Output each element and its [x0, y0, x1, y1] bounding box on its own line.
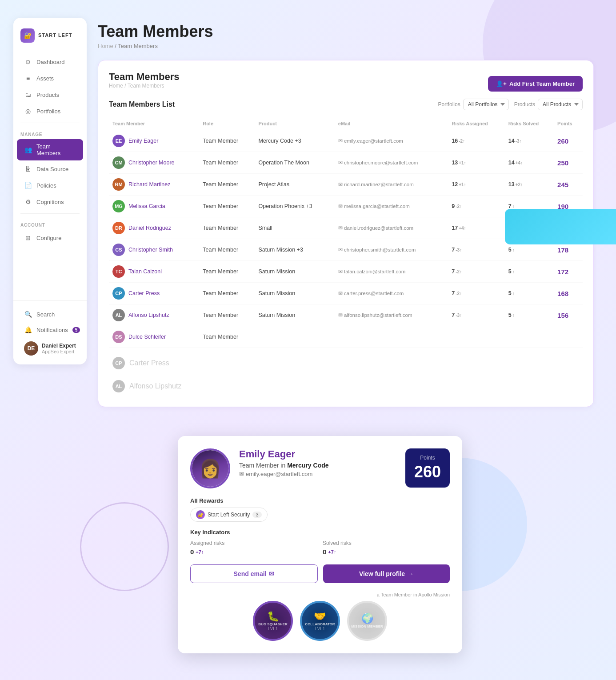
member-points [554, 326, 583, 348]
col-points: Points [554, 117, 583, 130]
table-row[interactable]: RM Richard Martinez Team Member Project … [109, 174, 583, 196]
popup-role: Team Member in Mercury Code [239, 462, 396, 469]
breadcrumb: Home / Team Members [98, 43, 594, 49]
col-email: eMail [335, 117, 448, 130]
assigned-risks-change: +7↑ [196, 549, 204, 555]
sidebar-item-configure[interactable]: ⊞ Configure [17, 230, 83, 246]
popup-email: ✉ emily.eager@startleft.com [239, 471, 396, 477]
list-item[interactable]: AL Alfonso Lipshutz [109, 376, 583, 396]
table-row[interactable]: CM Christopher Moore Team Member Operati… [109, 152, 583, 174]
member-name: Emily Eager [128, 138, 158, 144]
member-name: Melissa Garcia [128, 203, 165, 209]
risks-solved-change: ↑ [512, 291, 515, 296]
member-name: Daniel Rodriguez [128, 225, 171, 231]
risks-assigned-change: -2↑ [456, 204, 462, 209]
sidebar-item-policies[interactable]: 📄 Policies [17, 177, 83, 193]
filter-bar: Team Members List Portfolios All Portfol… [109, 99, 583, 110]
list-item[interactable]: CP Carter Press [109, 353, 583, 373]
badges-sublabel: a Team Member in Apollo Mission [190, 592, 450, 597]
sidebar-item-team-members[interactable]: 👥 Team Members [17, 139, 83, 160]
assigned-risks-value: 0 +7↑ [190, 548, 317, 556]
user-info: Daniel Expert AppSec Expert [42, 343, 76, 354]
member-email: ✉ talan.calzoni@startleft.com [335, 261, 448, 283]
member-product: Saturn Mission [255, 283, 334, 304]
popup-info: Emily Eager Team Member in Mercury Code … [239, 448, 396, 477]
member-cell: CM Christopher Moore [109, 152, 199, 174]
notifications-nav-item[interactable]: 🔔 Notifications 5 [17, 322, 83, 337]
col-role: Role [199, 117, 255, 130]
member-risks-assigned: 13+1↑ [448, 152, 504, 174]
popup-points: Points 260 [405, 448, 450, 488]
sidebar-item-assets[interactable]: ≡ Assets [17, 70, 83, 86]
risks-solved-change: +4↑ [516, 160, 523, 165]
member-risks-assigned [448, 326, 504, 348]
member-name: Carter Press [128, 290, 160, 296]
member-role: Team Member [199, 239, 255, 261]
assigned-risks-indicator: Assigned risks 0 +7↑ [190, 540, 317, 556]
badge-mission-member: 🌍 MISSION MEMBER [347, 601, 387, 641]
breadcrumb-home[interactable]: Home [98, 43, 113, 49]
member-points: 156 [554, 304, 583, 326]
member-role: Team Member [199, 152, 255, 174]
portfolios-select[interactable]: All Portfolios [463, 99, 509, 110]
view-full-profile-button[interactable]: View full profile → [323, 564, 450, 583]
sidebar-item-dashboard[interactable]: ⊙ Dashboard [17, 54, 83, 70]
avatar: CP [112, 357, 125, 369]
risks-assigned-change: +1↑ [459, 160, 466, 165]
member-avatar: DS [112, 331, 125, 343]
table-row[interactable]: AL Alfonso Lipshutz Team Member Saturn M… [109, 304, 583, 326]
member-points: 168 [554, 283, 583, 304]
col-risks-solved: Risks Solved [505, 117, 554, 130]
products-select[interactable]: All Products [538, 99, 583, 110]
member-risks-solved: 14-3↑ [505, 130, 554, 152]
add-team-member-button[interactable]: 👤+ Add First Team Member [488, 76, 583, 92]
member-role: Team Member [199, 326, 255, 348]
popup-product: Mercury Code [287, 462, 328, 469]
logo-text: Start Left [38, 32, 72, 38]
configure-icon: ⊞ [24, 234, 32, 242]
risks-assigned-change: +4↑ [459, 226, 466, 231]
member-avatar: CP [112, 287, 125, 300]
add-icon: 👤+ [496, 80, 507, 87]
member-risks-assigned: 7-2↑ [448, 261, 504, 283]
products-filter: Products All Products [514, 99, 583, 110]
member-name: Christopher Moore [128, 160, 175, 166]
sidebar-item-portfolios[interactable]: ◎ Portfolios [17, 103, 83, 119]
send-email-button[interactable]: Send email ✉ [190, 564, 318, 583]
reward-count: 3 [252, 512, 261, 518]
table-row[interactable]: TC Talan Calzoni Team Member Saturn Miss… [109, 261, 583, 283]
risks-assigned-change: -2↑ [456, 291, 462, 296]
member-cell: CS Christopher Smith [109, 239, 199, 261]
key-indicators-label: Key indicators [190, 529, 450, 536]
popup-avatar: 👩 [190, 448, 230, 488]
points-label: Points [414, 455, 441, 461]
products-label: Products [514, 101, 535, 108]
popup-actions: Send email ✉ View full profile → [190, 564, 450, 583]
sidebar-item-products[interactable]: 🗂 Products [17, 87, 83, 103]
notifications-badge: 5 [72, 327, 80, 333]
key-indicators: Key indicators Assigned risks 0 +7↑ Solv… [190, 529, 450, 556]
solved-risks-value: 0 +7↑ [323, 548, 450, 556]
member-product: Operation The Moon [255, 152, 334, 174]
user-role: AppSec Expert [42, 349, 76, 354]
member-risks-solved [505, 326, 554, 348]
risks-solved-change: ↑ [512, 248, 515, 252]
table-row[interactable]: CP Carter Press Team Member Saturn Missi… [109, 283, 583, 304]
search-nav-item[interactable]: 🔍 Search [17, 307, 83, 322]
member-role: Team Member [199, 196, 255, 217]
user-profile-nav[interactable]: DE Daniel Expert AppSec Expert [17, 338, 83, 359]
member-email: ✉ daniel.rodriguez@startleft.com [335, 217, 448, 239]
rewards-label: All Rewards [190, 497, 450, 504]
member-product: Project Atlas [255, 174, 334, 196]
member-product: Saturn Mission [255, 304, 334, 326]
sidebar-item-data-source[interactable]: 🗄 Data Source [17, 161, 83, 177]
table-row[interactable]: DS Dulce Schleifer Team Member [109, 326, 583, 348]
member-email: ✉ richard.martinez@startleft.com [335, 174, 448, 196]
badge3-label: MISSION MEMBER [351, 624, 383, 629]
reward-name: Start Left Security [208, 512, 250, 518]
table-row[interactable]: EE Emily Eager Team Member Mercury Code … [109, 130, 583, 152]
reward-badge: 🔐 Start Left Security 3 [190, 508, 268, 522]
sidebar-item-cognitions[interactable]: ⚙ Cognitions [17, 194, 83, 210]
member-risks-assigned: 17+4↑ [448, 217, 504, 239]
cyan-banner [505, 209, 616, 244]
